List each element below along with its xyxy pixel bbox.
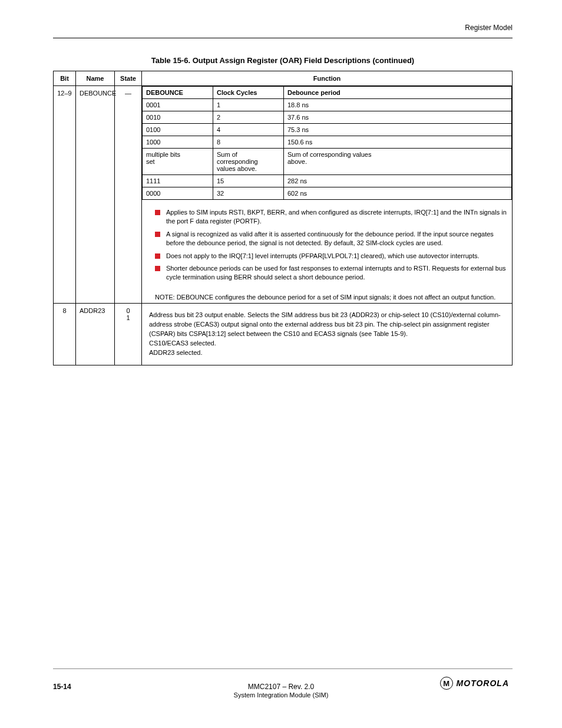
ic-a: 0000 <box>143 187 213 200</box>
th-name: Name <box>76 71 115 86</box>
list-item: Does not apply to the IRQ[7:1] level int… <box>146 252 508 261</box>
cell-bit: 8 <box>54 304 76 365</box>
ic-a: 1111 <box>143 175 213 187</box>
ic-a: 0001 <box>143 99 213 111</box>
table-row: 12–9 DEBOUNCE — DEBOUNCE Clock Cycles De… <box>54 86 513 304</box>
cell-state: — <box>115 86 142 304</box>
header-rule <box>53 38 513 38</box>
ic-a: 1000 <box>143 136 213 149</box>
bullet-text: A signal is recognized as valid after it… <box>166 230 508 248</box>
ic-b: 32 <box>213 187 284 200</box>
ih-a: DEBOUNCE <box>143 87 213 99</box>
table-caption: Table 15-6. Output Assign Register (OAR)… <box>53 56 513 65</box>
inner-header-row: DEBOUNCE Clock Cycles Debounce period <box>143 87 512 99</box>
bullet-icon <box>155 210 160 215</box>
ic-c: 75.3 ns <box>284 124 512 136</box>
list-item: Applies to SIM inputs RSTI, BKPT, BERR, … <box>146 208 508 226</box>
cell-func: Address bus bit 23 output enable. Select… <box>142 304 513 365</box>
bullet-icon <box>155 266 160 271</box>
ic-c: 282 ns <box>284 175 512 187</box>
debounce-subtable: DEBOUNCE Clock Cycles Debounce period 00… <box>142 86 512 200</box>
inner-row: 0100 4 75.3 ns <box>143 124 512 136</box>
th-state: State <box>115 71 142 86</box>
inner-row: 0001 1 18.8 ns <box>143 99 512 111</box>
brand-word: MOTOROLA <box>457 678 509 688</box>
brand-logo: M MOTOROLA <box>440 677 509 690</box>
ic-b: 1 <box>213 99 284 111</box>
bullet-icon <box>155 253 160 259</box>
running-head: Register Model <box>53 24 513 32</box>
doc-title-text: MMC2107 – Rev. 2.0 <box>248 683 315 691</box>
table-header-row: Bit Name State Function <box>54 71 513 86</box>
ic-c: Sum of corresponding values above. <box>284 149 512 175</box>
list-item: A signal is recognized as valid after it… <box>146 230 508 248</box>
inner-row: 1111 15 282 ns <box>143 175 512 187</box>
table-row: 8 ADDR23 0 1 Address bus bit 23 output e… <box>54 304 513 365</box>
cell-func: DEBOUNCE Clock Cycles Debounce period 00… <box>142 86 513 304</box>
cell-bit: 12–9 <box>54 86 76 304</box>
ic-b: 2 <box>213 111 284 124</box>
ih-c: Debounce period <box>284 87 512 99</box>
register-table: Bit Name State Function 12–9 DEBOUNCE — … <box>53 71 513 365</box>
ic-b: 8 <box>213 136 284 149</box>
inner-row: 1000 8 150.6 ns <box>143 136 512 149</box>
bullet-text: Does not apply to the IRQ[7:1] level int… <box>166 252 508 261</box>
ic-b: 15 <box>213 175 284 187</box>
ic-c: 602 ns <box>284 187 512 200</box>
inner-row: 0010 2 37.6 ns <box>143 111 512 124</box>
cell-state: 0 1 <box>115 304 142 365</box>
ic-c: 37.6 ns <box>284 111 512 124</box>
bullet-text: Applies to SIM inputs RSTI, BKPT, BERR, … <box>166 208 508 226</box>
list-item: Shorter debounce periods can be used for… <box>146 264 508 282</box>
ic-a: 0010 <box>143 111 213 124</box>
inner-row: 0000 32 602 ns <box>143 187 512 200</box>
ih-b: Clock Cycles <box>213 87 284 99</box>
cell-name: DEBOUNCE <box>76 86 115 304</box>
th-func: Function <box>142 71 513 86</box>
ic-a: multiple bits set <box>143 149 213 175</box>
bullet-text: Shorter debounce periods can be used for… <box>166 264 508 282</box>
cell-name: ADDR23 <box>76 304 115 365</box>
footer-rule <box>53 668 513 669</box>
bullet-icon <box>155 232 160 237</box>
func-desc: Address bus bit 23 output enable. Select… <box>146 307 508 361</box>
inner-row: multiple bits set Sum of corresponding v… <box>143 149 512 175</box>
ic-a: 0100 <box>143 124 213 136</box>
th-bit: Bit <box>54 71 76 86</box>
doc-subtitle-left: System Integration Module (SIM) <box>234 691 329 699</box>
ic-b: Sum of corresponding values above. <box>213 149 284 175</box>
ic-b: 4 <box>213 124 284 136</box>
note-text: NOTE: DEBOUNCE configures the debounce p… <box>142 289 512 303</box>
bullet-list: Applies to SIM inputs RSTI, BKPT, BERR, … <box>142 200 512 289</box>
ic-c: 18.8 ns <box>284 99 512 111</box>
motorola-badge-icon: M <box>440 677 453 690</box>
ic-c: 150.6 ns <box>284 136 512 149</box>
